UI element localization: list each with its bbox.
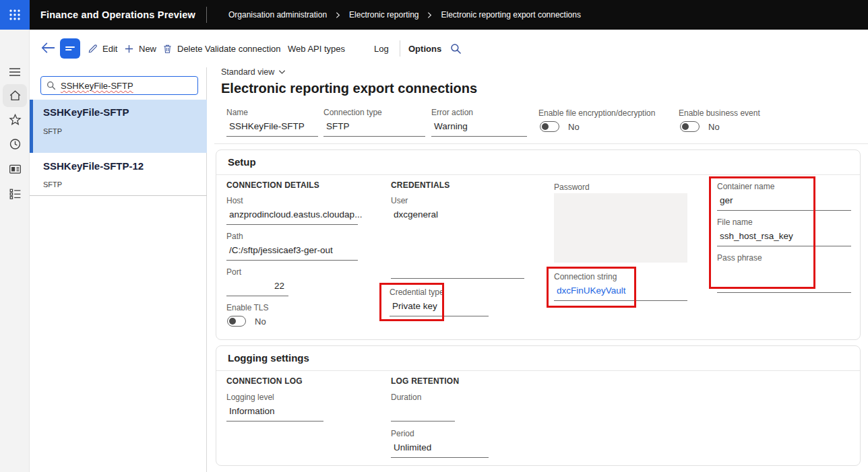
logging-level-value[interactable]: Information (226, 406, 323, 422)
breadcrumb-page[interactable]: Electronic reporting export connections (441, 10, 580, 20)
topbar-divider (206, 7, 207, 23)
connection-type-field[interactable]: Connection type SFTP (323, 108, 425, 137)
encryption-toggle-state: No (568, 122, 580, 132)
web-api-types-label: Web API types (288, 44, 345, 54)
logging-section-title[interactable]: Logging settings (228, 352, 309, 364)
encryption-label: Enable file encryption/decryption (538, 108, 655, 118)
list-item-title: SSHKeyFile-SFTP-12 (43, 160, 144, 172)
nav-workspace-button[interactable] (3, 158, 27, 180)
credentials-header: CREDENTIALS (391, 180, 450, 190)
host-field[interactable]: Host anzprodincloud.eastus.cloudap... (226, 196, 358, 225)
list-item-title: SSHKeyFile-SFTP (43, 106, 129, 118)
list-item-subtitle: SFTP (43, 180, 62, 189)
log-retention-header: LOG RETENTION (391, 376, 459, 386)
file-name-label: File name (717, 217, 851, 228)
setup-section-title[interactable]: Setup (228, 156, 256, 168)
path-field[interactable]: Path /C:/sftp/jessicaef3-ger-out (226, 232, 358, 261)
pass-phrase-value[interactable] (717, 277, 851, 293)
path-value[interactable]: /C:/sftp/jessicaef3-ger-out (226, 245, 358, 261)
nav-recent-button[interactable] (3, 133, 27, 156)
host-value[interactable]: anzprodincloud.eastus.cloudap... (226, 209, 358, 225)
list-search-value: SSHKeyFile-SFTP (61, 81, 133, 91)
edit-label: Edit (102, 44, 117, 54)
connection-string-field[interactable]: Connection string dxcFinUKeyVault (554, 272, 687, 301)
web-api-types-button[interactable]: Web API types (288, 41, 345, 56)
nav-home-button[interactable] (3, 84, 27, 107)
selection-indicator (30, 100, 33, 153)
news-icon (9, 163, 22, 175)
app-title[interactable]: Finance and Operations Preview (40, 9, 195, 20)
toolbar-search-button[interactable] (450, 41, 462, 56)
pane-toggle-icon (64, 44, 76, 53)
validate-connection-button[interactable]: Validate connection (205, 41, 281, 56)
list-item-subtitle: SFTP (43, 127, 62, 135)
breadcrumb-module[interactable]: Organisation administration (228, 10, 327, 20)
nav-modules-button[interactable] (3, 182, 27, 205)
logging-level-field[interactable]: Logging level Information (226, 393, 323, 422)
list-item[interactable]: SSHKeyFile-SFTP-12 SFTP (30, 153, 207, 196)
duration-value[interactable] (391, 406, 455, 422)
business-event-toggle-state: No (708, 122, 720, 132)
breadcrumb-area[interactable]: Electronic reporting (349, 10, 418, 20)
container-name-field[interactable]: Container name ger (717, 182, 851, 211)
breadcrumb: Organisation administration Electronic r… (228, 10, 581, 20)
port-value[interactable]: 22 (226, 281, 288, 296)
business-event-toggle[interactable] (680, 121, 700, 132)
nav-menu-button[interactable] (3, 61, 27, 83)
validate-connection-label: Validate connection (205, 44, 281, 54)
nav-favorites-button[interactable] (3, 108, 27, 131)
connection-log-header: CONNECTION LOG (226, 376, 303, 386)
user-value[interactable]: dxcgeneral (391, 209, 524, 225)
credentials-empty-field[interactable] (391, 263, 524, 279)
view-selector-label: Standard view (221, 67, 274, 77)
period-field[interactable]: Period Unlimited (391, 429, 489, 458)
enable-tls-toggle[interactable] (227, 316, 246, 327)
password-field[interactable] (554, 193, 687, 263)
host-label: Host (226, 196, 358, 207)
pass-phrase-field[interactable]: Pass phrase (717, 253, 851, 293)
name-value[interactable]: SSHKeyFile-SFTP (226, 121, 318, 137)
app-launcher-button[interactable] (0, 0, 30, 30)
hamburger-icon (9, 67, 21, 77)
new-button[interactable]: New (124, 41, 156, 56)
options-button[interactable]: Options (408, 41, 441, 56)
clock-icon (9, 138, 22, 150)
section-separator (216, 370, 860, 371)
name-field[interactable]: Name SSHKeyFile-SFTP (226, 108, 318, 137)
file-name-field[interactable]: File name ssh_host_rsa_key (717, 217, 851, 246)
options-label: Options (408, 44, 441, 54)
path-label: Path (226, 232, 358, 242)
edit-button[interactable]: Edit (88, 41, 117, 56)
connection-string-value[interactable]: dxcFinUKeyVault (554, 285, 687, 301)
file-name-value[interactable]: ssh_host_rsa_key (717, 231, 851, 246)
connection-type-value[interactable]: SFTP (323, 121, 425, 137)
pass-phrase-label: Pass phrase (717, 253, 851, 264)
delete-button[interactable]: Delete (162, 41, 203, 56)
plus-icon (124, 44, 134, 54)
port-field[interactable]: Port 22 (226, 267, 288, 296)
toggle-knob (229, 318, 236, 325)
name-label: Name (226, 108, 318, 119)
list-item-selected[interactable]: SSHKeyFile-SFTP SFTP (30, 100, 207, 153)
back-button[interactable] (40, 42, 55, 54)
logging-level-label: Logging level (226, 393, 323, 403)
chevron-down-icon (278, 69, 286, 75)
credential-type-field[interactable]: Credential type Private key (390, 288, 489, 316)
container-name-value[interactable]: ger (717, 195, 851, 211)
credential-type-value[interactable]: Private key (390, 301, 489, 316)
log-button[interactable]: Log (374, 41, 389, 56)
error-action-value[interactable]: Warning (431, 121, 527, 137)
pane-toggle-button[interactable] (60, 38, 80, 59)
period-value[interactable]: Unlimited (391, 442, 489, 458)
duration-field[interactable]: Duration (391, 393, 455, 422)
encryption-toggle[interactable] (540, 121, 559, 132)
user-field[interactable]: User dxcgeneral (391, 196, 524, 225)
container-name-label: Container name (717, 182, 851, 193)
enable-tls-label: Enable TLS (226, 303, 269, 312)
period-label: Period (391, 429, 489, 440)
view-selector[interactable]: Standard view (221, 67, 286, 77)
list-search-input[interactable]: SSHKeyFile-SFTP (40, 76, 198, 95)
connection-string-label: Connection string (554, 272, 687, 283)
error-action-field[interactable]: Error action Warning (431, 108, 527, 137)
toggle-knob (682, 123, 689, 130)
